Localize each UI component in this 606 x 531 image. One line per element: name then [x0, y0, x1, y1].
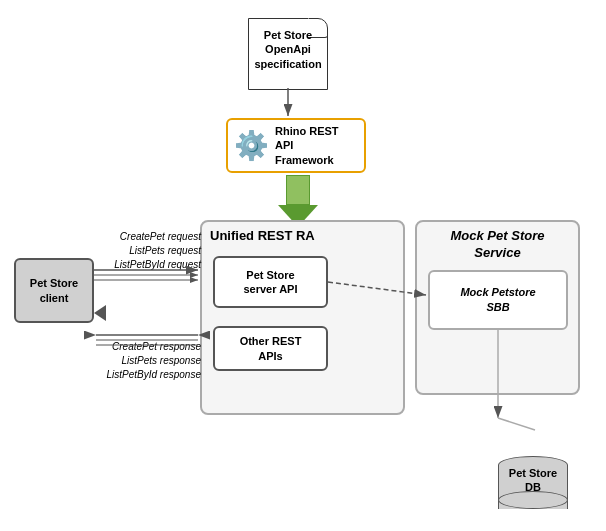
petstore-client-label: Pet Storeclient — [30, 276, 78, 305]
request-arrows-label: CreatePet requestListPets requestListPet… — [96, 230, 201, 272]
petstore-db: Pet StoreDB — [498, 456, 568, 509]
mock-service-label: Mock Pet StoreService — [425, 228, 570, 262]
openapi-doc: Pet Store OpenApi specification — [248, 10, 338, 90]
petstore-server-api-label: Pet Storeserver API — [243, 268, 297, 297]
petstore-client-box: Pet Storeclient — [14, 258, 94, 323]
petstore-db-label: Pet StoreDB — [498, 466, 568, 495]
gear-icon: ⚙️ — [234, 129, 269, 162]
svg-line-11 — [498, 418, 535, 430]
mock-sbb-box: Mock PetstoreSBB — [428, 270, 568, 330]
openapi-doc-label: Pet Store OpenApi specification — [248, 28, 328, 71]
mock-sbb-label: Mock PetstoreSBB — [460, 285, 535, 316]
petstore-server-api-box: Pet Storeserver API — [213, 256, 328, 308]
architecture-diagram: Pet Store OpenApi specification ⚙️ Rhino… — [0, 0, 606, 531]
unified-rest-ra-label: Unified REST RA — [210, 228, 315, 243]
other-rest-apis-box: Other RESTAPIs — [213, 326, 328, 371]
unified-rest-ra-box — [200, 220, 405, 415]
rhino-framework-box: ⚙️ Rhino REST APIFramework — [226, 118, 366, 173]
response-arrows-label: CreatePet responseListPets responseListP… — [96, 340, 201, 382]
other-rest-apis-label: Other RESTAPIs — [240, 334, 302, 363]
rhino-label: Rhino REST APIFramework — [275, 124, 358, 167]
response-arrow-head — [94, 305, 106, 321]
